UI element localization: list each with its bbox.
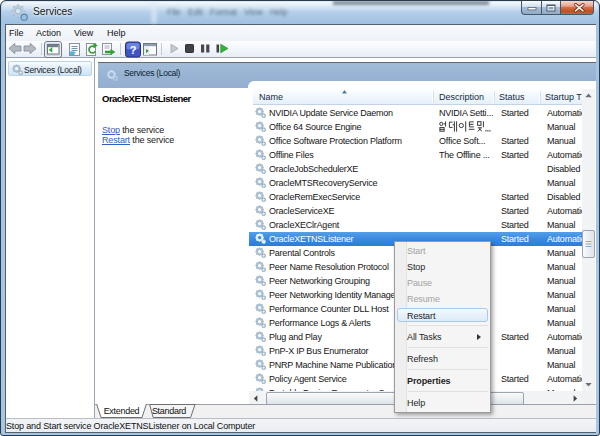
svg-text:?: ? [130,44,137,56]
svg-text:Extended: Extended [104,406,140,416]
svg-text:Standard: Standard [152,406,186,416]
